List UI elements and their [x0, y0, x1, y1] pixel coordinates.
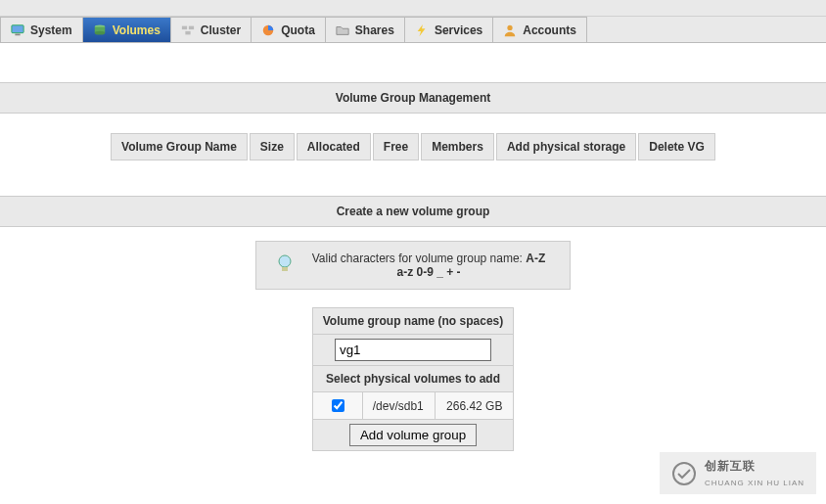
cluster-icon — [181, 23, 195, 37]
user-icon — [503, 23, 517, 37]
pv-size: 266.42 GB — [436, 392, 514, 420]
svg-rect-0 — [12, 24, 23, 32]
col-size: Size — [250, 133, 295, 160]
col-free: Free — [373, 133, 419, 160]
menu-system-label: System — [30, 23, 72, 37]
vg-name-label: Volume group name (no spaces) — [312, 308, 513, 335]
hint-text: Valid characters for volume group name: … — [307, 252, 550, 279]
create-vg-section: Create a new volume group Valid characte… — [0, 196, 826, 451]
hint-label: Valid characters for volume group name: — [312, 252, 527, 265]
menu-services[interactable]: Services — [405, 17, 493, 42]
vg-name-input[interactable] — [335, 339, 491, 361]
menu-shares-label: Shares — [355, 23, 394, 37]
menu-quota-label: Quota — [281, 23, 315, 37]
main-menu: System Volumes Cluster Quota Shares Serv… — [0, 17, 826, 43]
add-volume-group-button[interactable]: Add volume group — [349, 424, 477, 446]
col-allocated: Allocated — [297, 133, 371, 160]
svg-rect-6 — [189, 25, 194, 29]
folder-icon — [336, 23, 349, 37]
col-add: Add physical storage — [496, 133, 636, 160]
col-members: Members — [421, 133, 494, 160]
menu-accounts[interactable]: Accounts — [493, 17, 587, 42]
svg-rect-1 — [15, 33, 20, 35]
window-topbar — [0, 0, 826, 17]
pv-select-label: Select physical volumes to add — [312, 366, 513, 392]
svg-rect-7 — [185, 30, 190, 34]
bolt-icon — [415, 23, 429, 37]
vg-management-title: Volume Group Management — [0, 82, 826, 114]
svg-point-4 — [94, 30, 105, 34]
menu-services-label: Services — [435, 23, 482, 37]
vg-table: Volume Group Name Size Allocated Free Me… — [109, 131, 717, 162]
col-name: Volume Group Name — [111, 133, 248, 160]
svg-point-10 — [279, 255, 291, 267]
menu-volumes[interactable]: Volumes — [83, 17, 171, 42]
disk-icon — [93, 23, 107, 37]
menu-cluster[interactable]: Cluster — [171, 17, 252, 42]
pie-icon — [261, 23, 275, 37]
menu-accounts-label: Accounts — [523, 23, 576, 37]
create-vg-form: Volume group name (no spaces) Select phy… — [312, 307, 514, 451]
svg-rect-5 — [182, 25, 187, 29]
menu-shares[interactable]: Shares — [326, 17, 405, 42]
pv-dev: /dev/sdb1 — [362, 392, 436, 420]
menu-quota[interactable]: Quota — [252, 17, 326, 42]
svg-rect-11 — [282, 267, 288, 271]
vg-management-section: Volume Group Management Volume Group Nam… — [0, 82, 826, 162]
menu-system[interactable]: System — [0, 17, 83, 42]
pv-checkbox[interactable] — [332, 399, 344, 412]
svg-point-9 — [508, 24, 513, 29]
monitor-icon — [11, 23, 24, 37]
menu-volumes-label: Volumes — [113, 23, 161, 37]
pv-row: /dev/sdb1 266.42 GB — [312, 392, 513, 420]
hint-box: Valid characters for volume group name: … — [255, 241, 571, 290]
create-vg-title: Create a new volume group — [0, 196, 826, 227]
vg-table-header: Volume Group Name Size Allocated Free Me… — [111, 133, 715, 160]
menu-cluster-label: Cluster — [201, 23, 241, 37]
lightbulb-icon — [276, 253, 294, 278]
col-delete: Delete VG — [638, 133, 715, 160]
